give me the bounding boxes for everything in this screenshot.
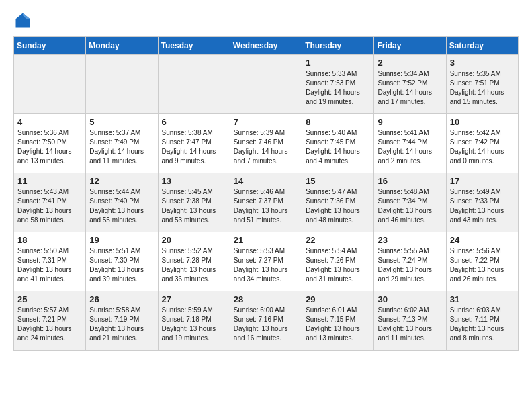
calendar-cell: 11Sunrise: 5:43 AM Sunset: 7:41 PM Dayli… bbox=[14, 173, 86, 232]
week-row-5: 25Sunrise: 5:57 AM Sunset: 7:21 PM Dayli… bbox=[14, 291, 519, 351]
calendar-cell bbox=[230, 55, 302, 114]
day-info: Sunrise: 5:45 AM Sunset: 7:38 PM Dayligh… bbox=[162, 187, 226, 225]
day-number: 20 bbox=[162, 235, 226, 245]
day-info: Sunrise: 5:44 AM Sunset: 7:40 PM Dayligh… bbox=[89, 187, 154, 225]
day-info: Sunrise: 5:53 AM Sunset: 7:27 PM Dayligh… bbox=[234, 246, 298, 284]
day-info: Sunrise: 5:59 AM Sunset: 7:18 PM Dayligh… bbox=[162, 306, 226, 343]
day-info: Sunrise: 5:52 AM Sunset: 7:28 PM Dayligh… bbox=[162, 246, 226, 284]
calendar-cell: 27Sunrise: 5:59 AM Sunset: 7:18 PM Dayli… bbox=[158, 291, 230, 351]
calendar-cell: 20Sunrise: 5:52 AM Sunset: 7:28 PM Dayli… bbox=[158, 232, 230, 291]
day-number: 4 bbox=[17, 117, 82, 127]
day-info: Sunrise: 6:01 AM Sunset: 7:15 PM Dayligh… bbox=[306, 306, 370, 343]
day-number: 5 bbox=[89, 117, 154, 127]
header-monday: Monday bbox=[86, 37, 158, 55]
day-number: 11 bbox=[17, 176, 82, 186]
header-row: SundayMondayTuesdayWednesdayThursdayFrid… bbox=[14, 37, 519, 55]
day-number: 7 bbox=[234, 117, 298, 127]
calendar-cell: 8Sunrise: 5:40 AM Sunset: 7:45 PM Daylig… bbox=[302, 114, 374, 173]
day-info: Sunrise: 5:40 AM Sunset: 7:45 PM Dayligh… bbox=[306, 128, 370, 166]
day-info: Sunrise: 6:03 AM Sunset: 7:11 PM Dayligh… bbox=[450, 306, 515, 343]
day-info: Sunrise: 5:58 AM Sunset: 7:19 PM Dayligh… bbox=[89, 306, 154, 343]
day-number: 31 bbox=[450, 294, 515, 304]
day-info: Sunrise: 5:43 AM Sunset: 7:41 PM Dayligh… bbox=[17, 187, 82, 225]
calendar-cell: 1Sunrise: 5:33 AM Sunset: 7:53 PM Daylig… bbox=[302, 55, 374, 114]
calendar-cell: 15Sunrise: 5:47 AM Sunset: 7:36 PM Dayli… bbox=[302, 173, 374, 232]
calendar-cell: 26Sunrise: 5:58 AM Sunset: 7:19 PM Dayli… bbox=[86, 291, 158, 351]
day-info: Sunrise: 5:39 AM Sunset: 7:46 PM Dayligh… bbox=[234, 128, 298, 166]
calendar-cell: 16Sunrise: 5:48 AM Sunset: 7:34 PM Dayli… bbox=[374, 173, 446, 232]
day-number: 9 bbox=[378, 117, 442, 127]
day-info: Sunrise: 5:36 AM Sunset: 7:50 PM Dayligh… bbox=[17, 128, 82, 166]
logo-icon bbox=[13, 11, 32, 30]
calendar-cell: 30Sunrise: 6:02 AM Sunset: 7:13 PM Dayli… bbox=[374, 291, 446, 351]
day-number: 23 bbox=[378, 235, 442, 245]
day-info: Sunrise: 5:47 AM Sunset: 7:36 PM Dayligh… bbox=[306, 187, 370, 225]
calendar-cell: 4Sunrise: 5:36 AM Sunset: 7:50 PM Daylig… bbox=[14, 114, 86, 173]
calendar-cell: 23Sunrise: 5:55 AM Sunset: 7:24 PM Dayli… bbox=[374, 232, 446, 291]
day-info: Sunrise: 5:57 AM Sunset: 7:21 PM Dayligh… bbox=[17, 306, 82, 343]
day-number: 29 bbox=[306, 294, 370, 304]
day-info: Sunrise: 5:56 AM Sunset: 7:22 PM Dayligh… bbox=[450, 246, 515, 284]
day-number: 27 bbox=[162, 294, 226, 304]
day-info: Sunrise: 5:54 AM Sunset: 7:26 PM Dayligh… bbox=[306, 246, 370, 284]
day-number: 24 bbox=[450, 235, 515, 245]
day-number: 30 bbox=[378, 294, 442, 304]
day-info: Sunrise: 5:46 AM Sunset: 7:37 PM Dayligh… bbox=[234, 187, 298, 225]
calendar-cell: 5Sunrise: 5:37 AM Sunset: 7:49 PM Daylig… bbox=[86, 114, 158, 173]
day-number: 12 bbox=[89, 176, 154, 186]
day-number: 8 bbox=[306, 117, 370, 127]
calendar-cell bbox=[158, 55, 230, 114]
calendar-cell: 31Sunrise: 6:03 AM Sunset: 7:11 PM Dayli… bbox=[446, 291, 518, 351]
header-tuesday: Tuesday bbox=[158, 37, 230, 55]
calendar-cell bbox=[14, 55, 86, 114]
calendar-table: SundayMondayTuesdayWednesdayThursdayFrid… bbox=[13, 36, 519, 351]
day-number: 17 bbox=[450, 176, 515, 186]
day-info: Sunrise: 5:55 AM Sunset: 7:24 PM Dayligh… bbox=[378, 246, 442, 284]
day-number: 28 bbox=[234, 294, 298, 304]
calendar-cell: 14Sunrise: 5:46 AM Sunset: 7:37 PM Dayli… bbox=[230, 173, 302, 232]
header-sunday: Sunday bbox=[14, 37, 86, 55]
header-wednesday: Wednesday bbox=[230, 37, 302, 55]
logo bbox=[13, 11, 35, 30]
day-info: Sunrise: 6:00 AM Sunset: 7:16 PM Dayligh… bbox=[234, 306, 298, 343]
day-number: 21 bbox=[234, 235, 298, 245]
calendar-cell bbox=[86, 55, 158, 114]
day-info: Sunrise: 6:02 AM Sunset: 7:13 PM Dayligh… bbox=[378, 306, 442, 343]
week-row-3: 11Sunrise: 5:43 AM Sunset: 7:41 PM Dayli… bbox=[14, 173, 519, 232]
week-row-4: 18Sunrise: 5:50 AM Sunset: 7:31 PM Dayli… bbox=[14, 232, 519, 291]
header-thursday: Thursday bbox=[302, 37, 374, 55]
day-number: 14 bbox=[234, 176, 298, 186]
day-info: Sunrise: 5:33 AM Sunset: 7:53 PM Dayligh… bbox=[306, 69, 370, 107]
day-info: Sunrise: 5:34 AM Sunset: 7:52 PM Dayligh… bbox=[378, 69, 442, 107]
calendar-cell: 24Sunrise: 5:56 AM Sunset: 7:22 PM Dayli… bbox=[446, 232, 518, 291]
day-number: 1 bbox=[306, 58, 370, 68]
calendar-cell: 21Sunrise: 5:53 AM Sunset: 7:27 PM Dayli… bbox=[230, 232, 302, 291]
header-friday: Friday bbox=[374, 37, 446, 55]
day-number: 6 bbox=[162, 117, 226, 127]
calendar-cell: 22Sunrise: 5:54 AM Sunset: 7:26 PM Dayli… bbox=[302, 232, 374, 291]
day-info: Sunrise: 5:35 AM Sunset: 7:51 PM Dayligh… bbox=[450, 69, 515, 107]
day-info: Sunrise: 5:48 AM Sunset: 7:34 PM Dayligh… bbox=[378, 187, 442, 225]
day-number: 15 bbox=[306, 176, 370, 186]
day-info: Sunrise: 5:50 AM Sunset: 7:31 PM Dayligh… bbox=[17, 246, 82, 284]
day-number: 19 bbox=[89, 235, 154, 245]
calendar-cell: 29Sunrise: 6:01 AM Sunset: 7:15 PM Dayli… bbox=[302, 291, 374, 351]
calendar-cell: 17Sunrise: 5:49 AM Sunset: 7:33 PM Dayli… bbox=[446, 173, 518, 232]
calendar-cell: 6Sunrise: 5:38 AM Sunset: 7:47 PM Daylig… bbox=[158, 114, 230, 173]
calendar-cell: 12Sunrise: 5:44 AM Sunset: 7:40 PM Dayli… bbox=[86, 173, 158, 232]
calendar-cell: 19Sunrise: 5:51 AM Sunset: 7:30 PM Dayli… bbox=[86, 232, 158, 291]
calendar-cell: 3Sunrise: 5:35 AM Sunset: 7:51 PM Daylig… bbox=[446, 55, 518, 114]
day-info: Sunrise: 5:37 AM Sunset: 7:49 PM Dayligh… bbox=[89, 128, 154, 166]
calendar-cell: 18Sunrise: 5:50 AM Sunset: 7:31 PM Dayli… bbox=[14, 232, 86, 291]
calendar-cell: 13Sunrise: 5:45 AM Sunset: 7:38 PM Dayli… bbox=[158, 173, 230, 232]
day-info: Sunrise: 5:42 AM Sunset: 7:42 PM Dayligh… bbox=[450, 128, 515, 166]
day-info: Sunrise: 5:41 AM Sunset: 7:44 PM Dayligh… bbox=[378, 128, 442, 166]
calendar-body: 1Sunrise: 5:33 AM Sunset: 7:53 PM Daylig… bbox=[14, 55, 519, 351]
day-number: 16 bbox=[378, 176, 442, 186]
day-info: Sunrise: 5:49 AM Sunset: 7:33 PM Dayligh… bbox=[450, 187, 515, 225]
week-row-1: 1Sunrise: 5:33 AM Sunset: 7:53 PM Daylig… bbox=[14, 55, 519, 114]
day-info: Sunrise: 5:38 AM Sunset: 7:47 PM Dayligh… bbox=[162, 128, 226, 166]
day-number: 3 bbox=[450, 58, 515, 68]
calendar-cell: 2Sunrise: 5:34 AM Sunset: 7:52 PM Daylig… bbox=[374, 55, 446, 114]
day-number: 2 bbox=[378, 58, 442, 68]
